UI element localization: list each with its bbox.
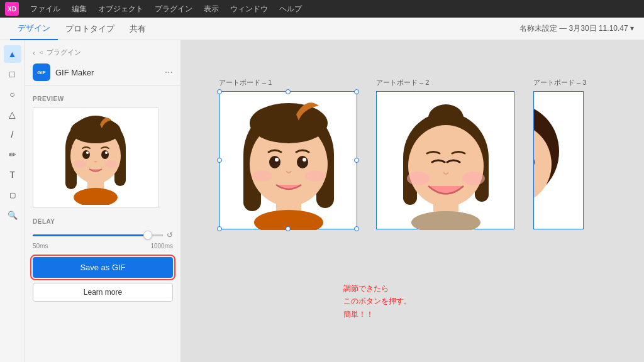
artboard-3: アートボード – 3	[533, 78, 586, 229]
triangle-tool[interactable]: △	[4, 106, 21, 123]
svg-point-12	[105, 160, 118, 168]
learn-more-button[interactable]: Learn more	[33, 283, 173, 302]
delay-labels: 50ms 1000ms	[33, 243, 173, 250]
delay-max-label: 1000ms	[150, 243, 173, 250]
plugin-name: GIF Maker	[55, 68, 160, 77]
svg-point-6	[70, 118, 121, 143]
svg-point-4	[74, 188, 118, 205]
tab-design[interactable]: デザイン	[10, 18, 58, 40]
svg-point-23	[303, 158, 306, 162]
plugin-content: PREVIEW	[25, 90, 180, 307]
tab-share[interactable]: 共有	[122, 18, 153, 40]
artboard-1: アートボード – 1	[219, 78, 357, 229]
handle-tl[interactable]	[217, 89, 222, 94]
line-tool[interactable]: /	[4, 126, 21, 143]
svg-point-34	[462, 172, 485, 185]
svg-point-11	[74, 160, 86, 168]
main-layout: ▲ □ ○ △ / ✏ T ▢ 🔍 ‹ ＜ プラグイン GIF GIF Make…	[0, 40, 644, 362]
handle-ml[interactable]	[217, 158, 222, 163]
menu-plugin[interactable]: プラグイン	[150, 3, 197, 16]
svg-point-7	[82, 150, 90, 159]
svg-point-33	[407, 172, 430, 185]
select-tool[interactable]: ▲	[4, 45, 21, 63]
plugin-header: GIF GIF Maker ···	[25, 60, 180, 85]
svg-point-24	[252, 170, 272, 182]
delay-slider-track	[33, 234, 163, 236]
svg-point-9	[86, 151, 89, 154]
handle-mr[interactable]	[354, 158, 359, 163]
delay-label: DELAY	[33, 218, 173, 225]
pen-tool[interactable]: ✏	[4, 146, 21, 163]
artboard-2-content	[377, 92, 515, 230]
handle-bm[interactable]	[286, 226, 291, 231]
rectangle-tool[interactable]: □	[4, 65, 21, 83]
artboard-1-frame[interactable]	[219, 91, 357, 229]
artboard-2-frame[interactable]	[376, 91, 514, 229]
back-arrow-icon: ‹	[33, 49, 35, 57]
svg-point-10	[105, 151, 108, 154]
breadcrumb-text: ＜ プラグイン	[38, 48, 81, 57]
left-toolbar: ▲ □ ○ △ / ✏ T ▢ 🔍	[0, 40, 25, 362]
save-gif-button[interactable]: Save as GIF	[33, 257, 173, 278]
artboard-2-label: アートボード – 2	[376, 78, 514, 87]
zoom-tool[interactable]: 🔍	[4, 206, 21, 224]
plugin-icon: GIF	[33, 63, 50, 81]
artboard-1-content	[219, 92, 358, 230]
reset-delay-icon[interactable]: ↺	[167, 231, 173, 239]
menu-help[interactable]: ヘルプ	[274, 3, 307, 16]
preview-box	[33, 107, 158, 208]
delay-slider-container	[33, 230, 163, 240]
preview-character	[55, 111, 136, 205]
menu-bar: XD ファイル 編集 オブジェクト プラグイン 表示 ウィンドウ ヘルプ	[0, 0, 644, 18]
handle-br[interactable]	[354, 226, 359, 231]
menu-window[interactable]: ウィンドウ	[225, 3, 273, 16]
menu-file[interactable]: ファイル	[25, 3, 65, 16]
preview-label: PREVIEW	[33, 96, 173, 102]
svg-point-21	[297, 156, 308, 168]
tab-bar: デザイン プロトタイプ 共有 名称未設定 — 3月30日 11.10.47 ▾	[0, 18, 644, 40]
handle-tm[interactable]	[286, 89, 291, 94]
artboard-container: アートボード – 1	[219, 78, 586, 229]
svg-point-22	[275, 158, 279, 162]
ellipse-tool[interactable]: ○	[4, 85, 21, 103]
menu-object[interactable]: オブジェクト	[93, 3, 148, 16]
artboard-2: アートボード – 2	[376, 78, 514, 229]
tab-prototype[interactable]: プロトタイプ	[58, 18, 122, 40]
annotation-text: 調節できたら このボタンを押す。 簡単！！	[343, 282, 411, 321]
svg-point-31	[411, 211, 480, 230]
delay-min-label: 50ms	[33, 243, 48, 250]
svg-point-8	[101, 150, 109, 159]
breadcrumb[interactable]: ‹ ＜ プラグイン	[25, 45, 180, 60]
annotation: 調節できたら このボタンを押す。 簡単！！	[343, 282, 411, 321]
svg-point-25	[305, 170, 325, 182]
side-panel: ‹ ＜ プラグイン GIF GIF Maker ··· PREVIEW	[25, 40, 181, 362]
text-tool[interactable]: T	[4, 166, 21, 184]
delay-section: DELAY ↺ 50ms 1000ms	[33, 218, 173, 250]
canvas-area[interactable]: 調節できたら このボタンを押す。 簡単！！ アートボード – 1	[181, 40, 644, 362]
artboard-tool[interactable]: ▢	[4, 186, 21, 204]
artboard-3-label: アートボード – 3	[533, 78, 586, 87]
artboard-3-frame[interactable]	[533, 91, 584, 229]
artboard-3-content	[533, 92, 584, 229]
xd-logo: XD	[5, 2, 19, 16]
menu-view[interactable]: 表示	[199, 3, 224, 16]
handle-bl[interactable]	[217, 226, 222, 231]
svg-point-19	[250, 103, 328, 143]
menu-edit[interactable]: 編集	[67, 3, 92, 16]
doc-title: 名称未設定 — 3月30日 11.10.47 ▾	[519, 23, 634, 34]
plugin-options-button[interactable]: ···	[165, 67, 173, 78]
artboard-1-label: アートボード – 1	[219, 78, 357, 87]
svg-point-20	[269, 156, 280, 168]
handle-tr[interactable]	[354, 89, 359, 94]
